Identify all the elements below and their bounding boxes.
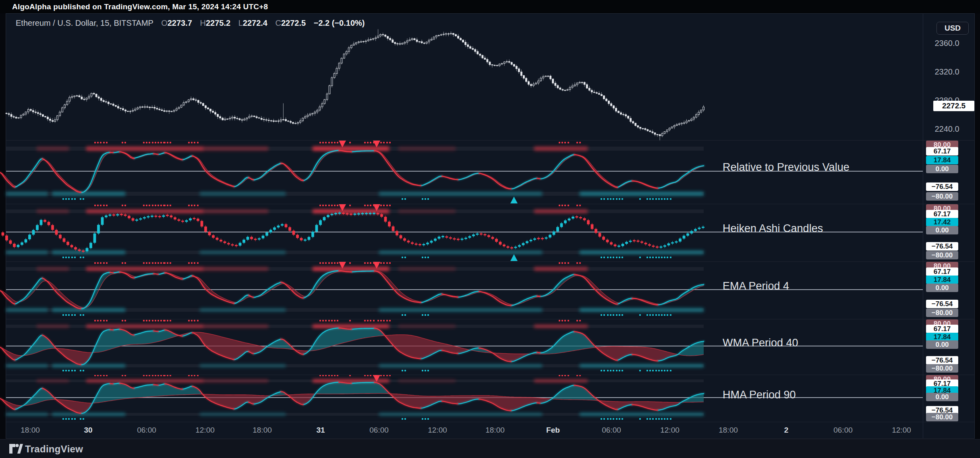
signal-dot (561, 142, 563, 143)
candle (288, 121, 289, 121)
indicator-pane-hma-period-90[interactable]: HMA Period 9080.0067.1717.840.00−76.54−8… (6, 375, 974, 422)
signal-dot (94, 142, 96, 143)
candle (321, 104, 323, 107)
candle (404, 42, 406, 43)
candle (630, 118, 632, 122)
signal-dot (80, 257, 81, 258)
candle (278, 121, 280, 121)
signal-dot (328, 320, 330, 321)
indicator-pane-ema-period-4[interactable]: EMA Period 480.0067.1717.840.00−76.54−80… (6, 261, 974, 319)
candle (132, 110, 134, 111)
signal-dot (646, 418, 648, 420)
signal-dot (157, 320, 159, 321)
price-chart-canvas[interactable] (6, 14, 923, 140)
signal-dot (364, 142, 366, 143)
candle (579, 82, 580, 83)
indicator-pane-wma-period-40[interactable]: WMA Period 4080.0067.1717.840.00−76.54−8… (6, 319, 974, 375)
scale-label: 17.84 (926, 276, 958, 284)
candle (559, 88, 561, 89)
signal-dot (667, 314, 668, 316)
signal-dot (622, 314, 623, 316)
symbol-legend[interactable]: Ethereum / U.S. Dollar, 15, BITSTAMP O22… (16, 19, 365, 28)
signal-dot (334, 262, 336, 264)
candle (6, 113, 7, 114)
candle (295, 123, 296, 124)
pane-separator[interactable] (6, 422, 974, 422)
candle (572, 86, 573, 87)
signal-dot (601, 314, 602, 316)
signal-dot (146, 320, 147, 321)
time-tick-label: 06:00 (602, 426, 621, 435)
signal-dot (607, 418, 609, 420)
pane-separator[interactable] (6, 140, 974, 141)
signal-dot (97, 142, 99, 143)
candle (292, 122, 294, 123)
candle (210, 109, 211, 111)
signal-dot (157, 262, 159, 264)
candle (353, 44, 354, 45)
candle (168, 111, 170, 112)
candle (361, 42, 362, 42)
signal-dot (164, 205, 166, 206)
pane-separator[interactable] (6, 261, 974, 262)
candle (642, 128, 644, 129)
tradingview-logo-icon[interactable] (9, 443, 23, 454)
currency-button[interactable]: USD (936, 22, 969, 35)
candle (42, 115, 44, 117)
candle (562, 89, 564, 90)
candle (603, 96, 605, 99)
candle (69, 97, 70, 101)
chart-widget[interactable]: Ethereum / U.S. Dollar, 15, BITSTAMP O22… (6, 13, 975, 439)
candle (261, 118, 262, 120)
signal-dot (349, 320, 351, 321)
brand-name[interactable]: TradingView (25, 443, 83, 455)
signal-dot (364, 205, 366, 206)
signal-dot (425, 198, 426, 200)
signal-dot (389, 205, 391, 206)
signal-dot (402, 370, 403, 371)
pane-separator[interactable] (6, 204, 974, 204)
candle (217, 114, 219, 117)
time-axis[interactable]: 18:003006:0012:0018:003106:0012:0018:00F… (6, 422, 974, 438)
candle (681, 123, 682, 124)
candle (460, 38, 462, 40)
candle (251, 116, 253, 116)
candle (506, 62, 508, 62)
candle (297, 122, 299, 123)
candle (669, 128, 670, 130)
pane-separator[interactable] (6, 319, 974, 319)
buy-signal-triangle-icon (510, 254, 518, 261)
signal-dot (65, 257, 67, 258)
candle (523, 76, 525, 79)
signal-dot (576, 142, 578, 143)
signal-dot (373, 205, 375, 206)
signal-dot (670, 257, 671, 258)
candle (666, 130, 668, 131)
signal-dot (603, 257, 605, 258)
candle (691, 119, 692, 121)
candle (81, 97, 83, 99)
signal-dot (106, 142, 108, 143)
candle (545, 76, 547, 77)
candle (647, 130, 648, 131)
signal-dot (425, 418, 426, 420)
candle (494, 65, 495, 66)
pane-separator[interactable] (6, 375, 974, 375)
signal-dot (370, 142, 371, 143)
candle (678, 124, 680, 124)
signal-dot (576, 320, 578, 321)
candle (350, 45, 352, 48)
signal-dot (74, 370, 76, 371)
candle (10, 114, 12, 116)
candle (239, 119, 240, 120)
signal-dot (616, 418, 617, 420)
signal-dot (427, 314, 429, 316)
scale-label: 0.00 (926, 165, 958, 173)
indicator-pane-heiken-ashi-candles[interactable]: Heiken Ashi Candles80.0067.1717.420.00−7… (6, 204, 974, 261)
indicator-pane-relative-to-previous-value[interactable]: Relative to Previous Value80.0067.1717.8… (6, 140, 974, 204)
signal-dot (622, 418, 623, 420)
buy-signal-triangle-icon (510, 197, 518, 203)
signal-dot (160, 142, 162, 143)
candle (224, 119, 226, 120)
scale-label: −76.54 (926, 242, 958, 251)
